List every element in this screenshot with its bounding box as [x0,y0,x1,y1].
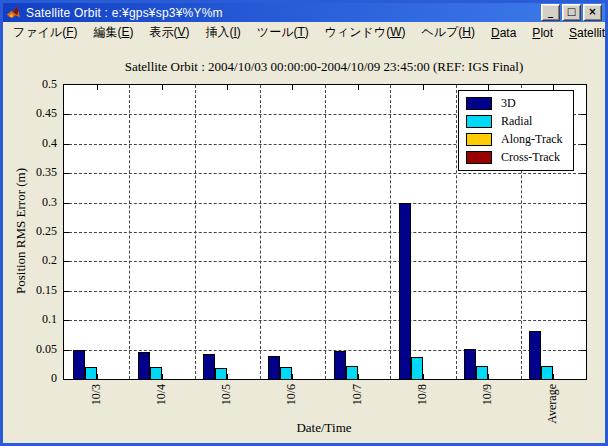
y-tick-label: 0.35 [3,165,57,180]
app-window: Satellite Orbit : e:¥gps¥sp3¥%Y%m _ □ × … [0,0,608,446]
legend-item: Along-Track [466,132,563,147]
y-tick-label: 0.05 [3,342,57,357]
menu-help[interactable]: ヘルプ(H) [413,21,483,44]
x-tick-mark [358,374,359,379]
legend-item: 3D [466,96,563,111]
legend-label: Cross-Track [501,150,560,165]
bar-radial-10-8 [411,357,423,379]
y-tick-mark [581,261,586,262]
x-tick-mark [227,374,228,379]
x-tick-mark [97,85,98,90]
menu-data[interactable]: Data [483,23,524,43]
bar-3d-10-8 [399,203,411,379]
y-tick-mark [64,232,69,233]
plot-area: 3D Radial Along-Track Cross-Track [63,84,587,380]
legend-item: Radial [466,114,563,129]
y-tick-mark [581,232,586,233]
legend-swatch-along-track [466,133,492,146]
y-tick-label: 0.2 [3,253,57,268]
legend: 3D Radial Along-Track Cross-Track [458,90,574,171]
y-tick-label: 0.45 [3,106,57,121]
y-tick-mark [581,350,586,351]
menu-file[interactable]: ファイル(F) [5,21,85,44]
x-tick-mark [162,374,163,379]
chart-title: Satellite Orbit : 2004/10/03 00:00:00-20… [63,59,585,75]
x-tick-label: 10/6 [284,384,299,405]
x-tick-label: 10/8 [415,384,430,405]
menu-view[interactable]: 表示(V) [141,21,197,44]
app-icon [6,5,21,20]
menu-insert[interactable]: 挿入(I) [198,21,249,44]
legend-label: 3D [501,96,516,111]
y-tick-label: 0.1 [3,312,57,327]
y-tick-label: 0.3 [3,195,57,210]
y-tick-mark [64,320,69,321]
menu-satellite[interactable]: Satellite [561,23,608,43]
x-tick-label: 10/4 [154,384,169,405]
y-tick-mark [64,291,69,292]
bar-3d-10-4 [138,352,150,379]
grid-line-v [195,85,196,379]
bar-radial-10-5 [215,368,227,379]
y-tick-mark [64,144,69,145]
y-tick-label: 0.25 [3,224,57,239]
y-tick-mark [581,173,586,174]
y-tick-mark [64,173,69,174]
y-tick-mark [64,114,69,115]
titlebar[interactable]: Satellite Orbit : e:¥gps¥sp3¥%Y%m _ □ × [3,3,605,22]
legend-swatch-radial [466,115,492,128]
y-tick-mark [64,350,69,351]
bar-radial-10-6 [280,367,292,379]
bar-radial-10-7 [346,366,358,379]
x-tick-label: 10/5 [219,384,234,405]
menu-plot[interactable]: Plot [524,23,561,43]
grid-line-v [456,85,457,379]
bar-3d-10-6 [268,356,280,379]
menu-edit[interactable]: 編集(E) [85,21,141,44]
y-tick-mark [64,203,69,204]
x-tick-label: 10/7 [350,384,365,405]
legend-item: Cross-Track [466,150,563,165]
x-tick-label: 10/9 [480,384,495,405]
y-tick-mark [64,261,69,262]
x-tick-mark [292,85,293,90]
bar-3d-10-5 [203,354,215,379]
menubar: ファイル(F) 編集(E) 表示(V) 挿入(I) ツール(T) ウィンドウ(W… [3,22,605,43]
close-button[interactable]: × [583,4,602,21]
y-tick-mark [581,144,586,145]
x-tick-mark [358,85,359,90]
grid-line-v [325,85,326,379]
y-tick-mark [581,114,586,115]
y-tick-mark [581,291,586,292]
legend-label: Radial [501,114,532,129]
grid-line-v [129,85,130,379]
bar-3d-10-3 [73,350,85,379]
bar-radial-Average [541,366,553,379]
x-tick-mark [97,374,98,379]
bar-3d-10-7 [334,351,346,379]
y-tick-mark [581,203,586,204]
x-tick-label: 10/3 [89,384,104,405]
bar-3d-Average [529,331,541,379]
y-tick-mark [581,320,586,321]
menu-window[interactable]: ウィンドウ(W) [317,21,414,44]
y-tick-label: 0.5 [3,77,57,92]
bar-radial-10-4 [150,367,162,379]
window-title: Satellite Orbit : e:¥gps¥sp3¥%Y%m [26,6,539,20]
x-tick-mark [292,374,293,379]
x-tick-mark [162,85,163,90]
maximize-button[interactable]: □ [562,4,581,21]
y-tick-label: 0.4 [3,136,57,151]
grid-line-v [260,85,261,379]
y-tick-label: 0.15 [3,283,57,298]
x-tick-mark [423,85,424,90]
minimize-button[interactable]: _ [541,4,560,21]
bar-radial-10-3 [85,367,97,379]
x-tick-mark [423,374,424,379]
bar-3d-10-9 [464,349,476,379]
menu-tools[interactable]: ツール(T) [249,21,317,44]
x-tick-mark [488,374,489,379]
figure-canvas: Satellite Orbit : 2004/10/03 00:00:00-20… [3,43,605,443]
x-tick-mark [227,85,228,90]
x-tick-mark [553,374,554,379]
